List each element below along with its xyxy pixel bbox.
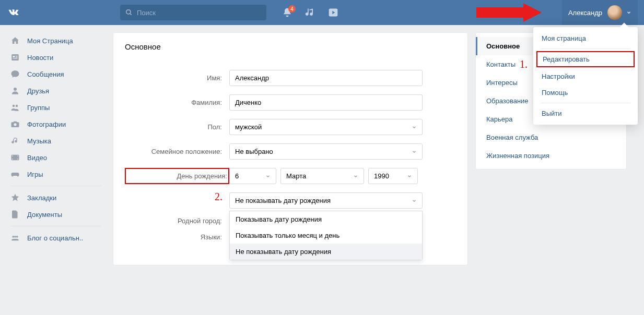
svg-rect-4 bbox=[13, 56, 15, 57]
label-languages: Языки: bbox=[125, 233, 229, 241]
select-gender[interactable]: мужской bbox=[229, 119, 423, 135]
games-icon bbox=[10, 169, 22, 179]
select-value: Не выбрано bbox=[235, 148, 273, 155]
row-relationship: Семейное положение: Не выбрано bbox=[125, 143, 456, 160]
ud-my-page[interactable]: Моя страница bbox=[533, 30, 638, 46]
header-icons: 4 bbox=[282, 7, 338, 18]
label-gender: Пол: bbox=[125, 123, 229, 131]
nav-label: Новости bbox=[27, 54, 53, 62]
nav-separator bbox=[10, 226, 101, 226]
search-input[interactable] bbox=[137, 9, 261, 17]
docs-icon bbox=[10, 210, 22, 219]
ud-help[interactable]: Помощь bbox=[533, 84, 638, 101]
notifications-icon[interactable]: 4 bbox=[282, 7, 292, 18]
red-arrow-annotation bbox=[476, 3, 542, 22]
nav-label: Игры bbox=[27, 171, 43, 178]
ud-settings[interactable]: Настройки bbox=[533, 68, 638, 84]
label-hometown: Родной город: bbox=[125, 217, 229, 225]
left-nav: Моя Страница Новости Сообщения Друзья Гр… bbox=[6, 32, 106, 265]
select-birth-month[interactable]: Марта bbox=[280, 168, 364, 184]
ud-logout[interactable]: Выйти bbox=[533, 105, 638, 122]
input-surname[interactable] bbox=[229, 94, 423, 111]
svg-rect-7 bbox=[13, 58, 18, 59]
main-panel: Основное Имя: Фамилия: Пол: мужской Се bbox=[113, 32, 468, 265]
star-icon bbox=[10, 193, 22, 202]
select-relationship[interactable]: Не выбрано bbox=[229, 143, 423, 160]
svg-point-9 bbox=[13, 105, 15, 107]
chevron-down-icon bbox=[407, 174, 412, 179]
user-menu-button[interactable]: Александр bbox=[562, 0, 638, 25]
nav-docs[interactable]: Документы bbox=[6, 206, 106, 223]
blog-icon bbox=[10, 233, 22, 243]
home-icon bbox=[10, 36, 22, 45]
ud-sep bbox=[541, 49, 630, 49]
rnav-life[interactable]: Жизненная позиция bbox=[476, 147, 626, 165]
chevron-down-icon bbox=[626, 10, 631, 15]
rnav-military[interactable]: Военная служба bbox=[476, 128, 626, 147]
select-value: мужской bbox=[235, 123, 262, 131]
nav-label: Видео bbox=[27, 154, 47, 162]
label-birthday: День рождения: bbox=[125, 168, 229, 184]
chevron-down-icon bbox=[412, 125, 417, 130]
nav-label: Друзья bbox=[27, 87, 49, 95]
annotation-one: 1. bbox=[520, 58, 528, 70]
music-icon[interactable] bbox=[305, 7, 315, 18]
svg-rect-6 bbox=[16, 57, 18, 57]
nav-messages[interactable]: Сообщения bbox=[6, 66, 106, 82]
visibility-option-hide[interactable]: Не показывать дату рождения bbox=[230, 244, 422, 260]
nav-label: Сообщения bbox=[27, 70, 64, 78]
select-value: 6 bbox=[235, 172, 239, 180]
ud-edit[interactable]: Редактировать bbox=[536, 51, 635, 67]
messages-icon bbox=[10, 69, 22, 79]
select-value: Марта bbox=[286, 172, 306, 180]
nav-bookmarks[interactable]: Закладки bbox=[6, 189, 106, 206]
svg-rect-3 bbox=[11, 54, 19, 60]
nav-label: Блог о социальн.. bbox=[27, 234, 83, 242]
groups-icon bbox=[10, 103, 22, 112]
top-header: 4 Александр bbox=[0, 0, 644, 25]
photos-icon bbox=[10, 119, 22, 129]
search-box[interactable] bbox=[120, 5, 266, 20]
label-surname: Фамилия: bbox=[125, 99, 229, 106]
nav-separator bbox=[10, 186, 101, 186]
nav-friends[interactable]: Друзья bbox=[6, 82, 106, 99]
nav-label: Группы bbox=[27, 104, 50, 112]
svg-point-0 bbox=[126, 10, 131, 14]
svg-point-17 bbox=[12, 236, 14, 238]
page-title: Основное bbox=[125, 42, 456, 51]
row-birth-visibility: Не показывать дату рождения Показывать д… bbox=[125, 192, 456, 209]
nav-music[interactable]: Музыка bbox=[6, 132, 106, 149]
select-value: 1990 bbox=[374, 172, 389, 180]
nav-label: Закладки bbox=[27, 194, 56, 202]
chevron-down-icon bbox=[412, 198, 417, 203]
svg-point-10 bbox=[16, 105, 18, 107]
select-birth-year[interactable]: 1990 bbox=[368, 168, 418, 184]
play-icon[interactable] bbox=[328, 7, 338, 18]
svg-point-11 bbox=[14, 123, 16, 126]
label-relationship: Семейное положение: bbox=[125, 148, 229, 155]
svg-point-8 bbox=[14, 88, 17, 91]
nav-news[interactable]: Новости bbox=[6, 49, 106, 66]
music-nav-icon bbox=[10, 136, 22, 146]
row-surname: Фамилия: bbox=[125, 94, 456, 111]
vk-logo[interactable] bbox=[6, 5, 21, 20]
svg-rect-5 bbox=[16, 56, 18, 56]
svg-rect-14 bbox=[12, 159, 13, 160]
avatar bbox=[607, 5, 622, 20]
select-birth-visibility[interactable]: Не показывать дату рождения bbox=[229, 192, 423, 209]
visibility-option-month-day[interactable]: Показывать только месяц и день bbox=[230, 227, 422, 244]
user-name: Александр bbox=[568, 9, 602, 17]
nav-games[interactable]: Игры bbox=[6, 166, 106, 183]
input-name[interactable] bbox=[229, 70, 423, 86]
ud-sep bbox=[541, 103, 630, 103]
select-birth-day[interactable]: 6 bbox=[229, 168, 276, 184]
nav-label: Музыка bbox=[27, 137, 51, 145]
search-icon bbox=[125, 9, 133, 16]
visibility-option-show[interactable]: Показывать дату рождения bbox=[230, 211, 422, 227]
nav-video[interactable]: Видео bbox=[6, 149, 106, 166]
nav-my-page[interactable]: Моя Страница bbox=[6, 32, 106, 49]
nav-blog[interactable]: Блог о социальн.. bbox=[6, 229, 106, 246]
nav-label: Моя Страница bbox=[27, 37, 73, 45]
nav-photos[interactable]: Фотографии bbox=[6, 116, 106, 132]
nav-groups[interactable]: Группы bbox=[6, 99, 106, 116]
